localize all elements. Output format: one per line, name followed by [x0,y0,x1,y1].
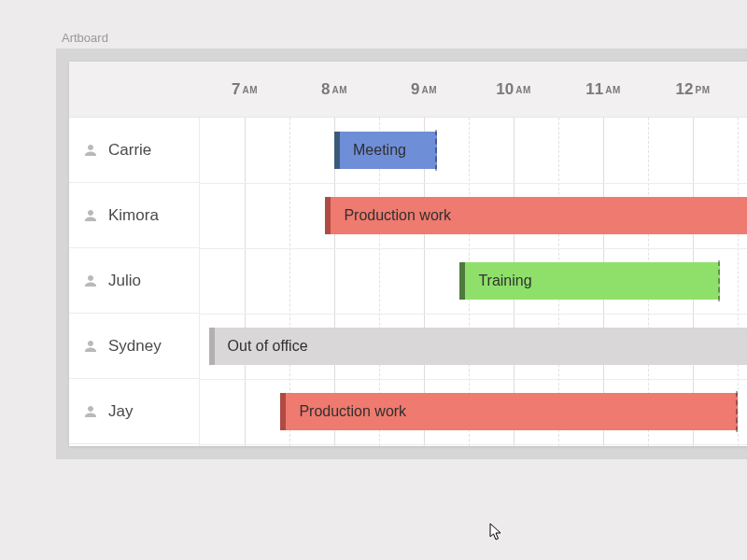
event-block[interactable]: Training [459,262,719,300]
artboard-canvas: 7AM8AM9AM10AM11AM12PM CarrieKimoraJulioS… [56,49,747,459]
event-resize-handle[interactable] [718,260,720,301]
hour-number: 11 [585,80,603,99]
hour-ampm: AM [421,85,437,95]
row-divider [200,248,747,249]
timeline-header: 7AM8AM9AM10AM11AM12PM [69,62,747,118]
hour-number: 7 [232,80,240,99]
hour-ampm: AM [605,85,621,95]
hour-number: 12 [676,80,694,99]
hour-label: 8AM [321,62,347,118]
event-label: Production work [299,403,406,420]
row-divider [200,379,747,380]
event-resize-handle[interactable] [435,130,437,171]
hour-label: 11AM [585,62,620,118]
row-divider [200,314,747,315]
event-label: Training [478,273,531,289]
cursor-icon [489,523,502,541]
person-icon [82,403,99,420]
event-block[interactable]: Meeting [334,132,437,169]
gridline-half [738,118,739,446]
event-block[interactable]: Production work [325,197,747,234]
schedule-panel: 7AM8AM9AM10AM11AM12PM CarrieKimoraJulioS… [69,62,747,446]
person-name: Julio [108,272,141,290]
person-icon [82,273,99,289]
person-row: Sydney [69,314,199,379]
hour-number: 9 [411,80,419,99]
row-divider [200,183,747,184]
person-name: Jay [108,402,133,421]
hour-label: 12PM [676,62,711,118]
person-name: Sydney [108,337,162,356]
name-column: CarrieKimoraJulioSydneyJay [69,118,200,446]
event-block[interactable]: Out of office [209,328,747,365]
hour-number: 10 [496,80,514,99]
hour-ampm: AM [242,85,258,95]
hour-ampm: AM [331,85,347,95]
event-label: Meeting [353,142,406,159]
person-icon [82,142,99,159]
row-divider [200,444,747,445]
person-name: Carrie [108,141,151,160]
hour-number: 8 [321,80,330,99]
artboard-label: Artboard [62,31,108,45]
person-row: Carrie [69,118,199,183]
hour-ampm: AM [515,85,531,95]
person-row: Jay [69,379,199,444]
event-block[interactable]: Production work [280,393,738,430]
person-row: Kimora [69,183,199,248]
person-icon [82,338,99,355]
event-label: Production work [344,207,451,224]
hour-label: 7AM [232,62,258,118]
hour-label: 9AM [411,62,437,118]
timeline-grid: CarrieKimoraJulioSydneyJay MeetingProduc… [69,118,747,446]
gridline-hour [245,118,246,446]
hour-label: 10AM [496,62,530,118]
event-label: Out of office [228,338,308,355]
timeline-body[interactable]: MeetingProduction workTrainingOut of off… [200,118,747,446]
hour-ampm: PM [695,85,710,95]
person-row: Julio [69,248,199,314]
event-resize-handle[interactable] [736,391,738,432]
person-icon [82,207,99,224]
person-name: Kimora [108,206,159,225]
